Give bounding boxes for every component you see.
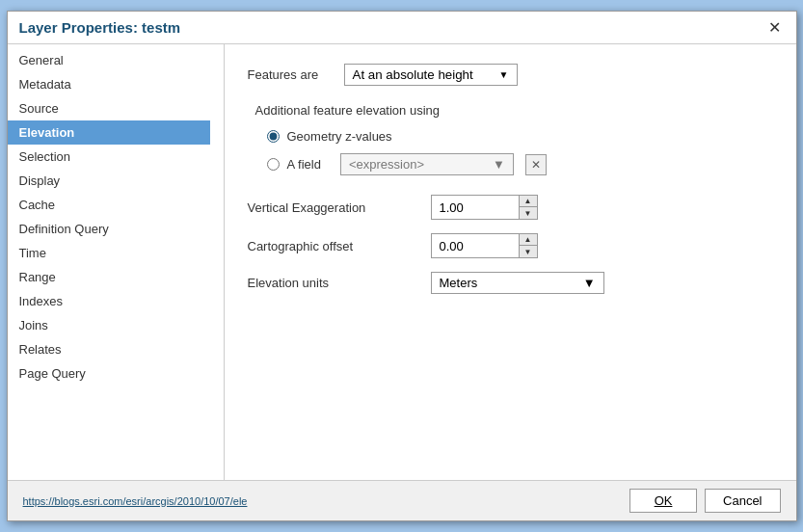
radio-row-geometry: Geometry z-values xyxy=(267,129,773,144)
field-dropdown-arrow: ▼ xyxy=(493,157,505,172)
sidebar-item-cache[interactable]: Cache xyxy=(8,193,210,217)
vert-exag-spinner-btns: ▲ ▼ xyxy=(519,196,537,219)
elev-units-value: Meters xyxy=(440,276,478,290)
sidebar-item-display[interactable]: Display xyxy=(8,169,210,193)
vert-exag-input[interactable] xyxy=(432,196,519,219)
radio-geometry-label[interactable]: Geometry z-values xyxy=(287,129,392,144)
features-label: Features are xyxy=(248,67,335,82)
sidebar-item-source[interactable]: Source xyxy=(8,96,210,120)
elev-units-row: Elevation units Meters ▼ xyxy=(248,272,773,294)
features-dropdown-value: At an absolute height xyxy=(353,67,473,82)
vert-exag-spinner: ▲ ▼ xyxy=(431,195,538,220)
radio-group: Geometry z-values A field <expression> ▼… xyxy=(267,129,773,175)
dialog-footer: https://blogs.esri.com/esri/arcgis/2010/… xyxy=(8,480,796,520)
vert-exag-row: Vertical Exaggeration ▲ ▼ xyxy=(248,195,773,220)
vert-exag-up[interactable]: ▲ xyxy=(520,196,537,207)
radio-row-field: A field <expression> ▼ ✕ xyxy=(267,153,773,175)
cart-offset-up[interactable]: ▲ xyxy=(520,234,537,246)
clear-field-button[interactable]: ✕ xyxy=(525,154,547,175)
elev-units-arrow: ▼ xyxy=(583,276,596,290)
vert-exag-label: Vertical Exaggeration xyxy=(248,200,421,215)
sidebar-item-joins[interactable]: Joins xyxy=(8,313,210,337)
features-dropdown-arrow: ▼ xyxy=(499,69,509,80)
dialog-body: General Metadata Source Elevation Select… xyxy=(8,44,796,480)
radio-geometry-z-values[interactable] xyxy=(267,130,280,143)
field-dropdown-value: <expression> xyxy=(349,157,424,172)
sidebar-item-definition-query[interactable]: Definition Query xyxy=(8,217,210,241)
sidebar-item-metadata[interactable]: Metadata xyxy=(8,72,210,96)
close-button[interactable]: ✕ xyxy=(764,20,785,36)
sidebar-item-time[interactable]: Time xyxy=(8,241,210,265)
title-bar: Layer Properties: testm ✕ xyxy=(8,12,796,44)
sidebar-item-indexes[interactable]: Indexes xyxy=(8,289,210,313)
section-title: Additional feature elevation using xyxy=(255,103,773,118)
sidebar-item-range[interactable]: Range xyxy=(8,265,210,289)
cart-offset-down[interactable]: ▼ xyxy=(520,246,537,257)
vert-exag-down[interactable]: ▼ xyxy=(520,207,537,219)
sidebar: General Metadata Source Elevation Select… xyxy=(8,44,225,480)
elev-units-dropdown[interactable]: Meters ▼ xyxy=(431,272,604,294)
cancel-button[interactable]: Cancel xyxy=(705,489,780,513)
radio-field-label[interactable]: A field xyxy=(287,157,321,172)
field-dropdown[interactable]: <expression> ▼ xyxy=(340,153,514,175)
cart-offset-input[interactable] xyxy=(432,234,519,257)
cart-offset-row: Cartographic offset ▲ ▼ xyxy=(248,233,773,258)
sidebar-item-page-query[interactable]: Page Query xyxy=(8,361,210,386)
sidebar-item-elevation[interactable]: Elevation xyxy=(8,120,210,145)
layer-properties-dialog: Layer Properties: testm ✕ General Metada… xyxy=(7,11,797,521)
sidebar-item-general[interactable]: General xyxy=(8,48,210,72)
cart-offset-label: Cartographic offset xyxy=(248,239,421,253)
ok-button[interactable]: OK xyxy=(629,489,697,513)
footer-link[interactable]: https://blogs.esri.com/esri/arcgis/2010/… xyxy=(23,495,248,507)
radio-a-field[interactable] xyxy=(267,158,280,171)
cart-offset-spinner-btns: ▲ ▼ xyxy=(519,234,537,257)
sidebar-item-relates[interactable]: Relates xyxy=(8,337,210,361)
features-dropdown[interactable]: At an absolute height ▼ xyxy=(344,64,518,86)
elev-units-label: Elevation units xyxy=(248,276,421,290)
features-row: Features are At an absolute height ▼ xyxy=(248,64,773,86)
sidebar-item-selection[interactable]: Selection xyxy=(8,145,210,169)
cart-offset-spinner: ▲ ▼ xyxy=(431,233,538,258)
content-area: Features are At an absolute height ▼ Add… xyxy=(225,44,796,480)
dialog-title: Layer Properties: testm xyxy=(19,19,181,36)
